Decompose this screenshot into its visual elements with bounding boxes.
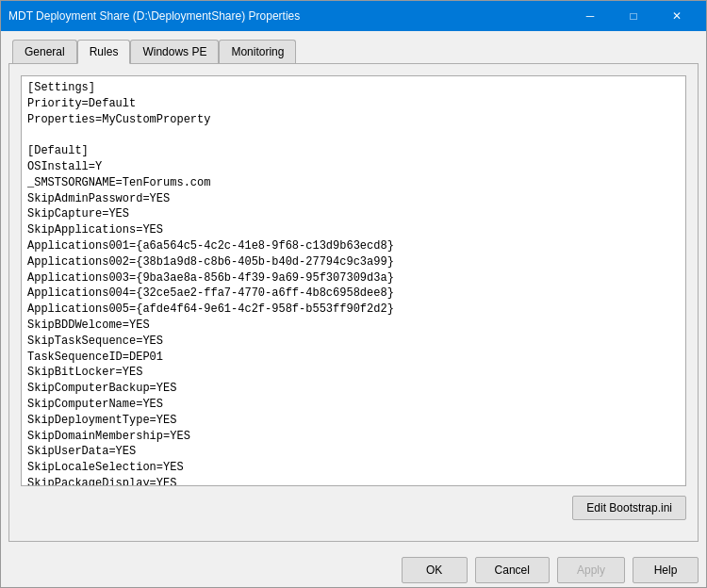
window-title: MDT Deployment Share (D:\DeploymentShare… (8, 9, 300, 23)
tab-windows-pe[interactable]: Windows PE (130, 40, 219, 64)
title-bar-controls: ─ □ ✕ (568, 1, 699, 31)
edit-bootstrap-row: Edit Bootstrap.ini (21, 496, 686, 520)
ok-button[interactable]: OK (402, 557, 468, 583)
tab-monitoring[interactable]: Monitoring (219, 40, 296, 64)
main-window: MDT Deployment Share (D:\DeploymentShare… (0, 0, 707, 588)
window-content: General Rules Windows PE Monitoring Edit… (1, 31, 706, 549)
edit-bootstrap-button[interactable]: Edit Bootstrap.ini (572, 496, 686, 520)
close-button[interactable]: ✕ (655, 1, 699, 31)
rules-text-container (21, 75, 686, 486)
apply-button[interactable]: Apply (557, 557, 625, 583)
minimize-button[interactable]: ─ (568, 1, 612, 31)
cancel-button[interactable]: Cancel (475, 557, 550, 583)
rules-textarea[interactable] (21, 75, 686, 486)
tab-rules[interactable]: Rules (77, 40, 131, 64)
tab-general[interactable]: General (12, 40, 77, 64)
title-bar: MDT Deployment Share (D:\DeploymentShare… (1, 1, 706, 31)
maximize-button[interactable]: □ (612, 1, 655, 31)
help-button[interactable]: Help (633, 557, 699, 583)
tab-bar: General Rules Windows PE Monitoring (8, 39, 699, 63)
rules-panel: Edit Bootstrap.ini (8, 63, 699, 542)
bottom-buttons: OK Cancel Apply Help (1, 549, 706, 587)
